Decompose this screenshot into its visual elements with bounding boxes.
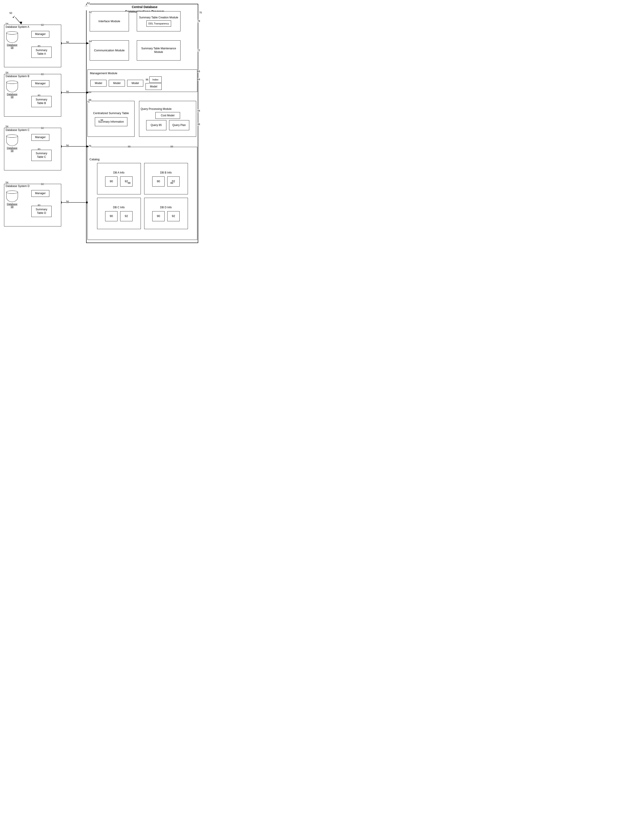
communication-module-box: Communication Module	[90, 40, 129, 61]
db-b-info-box: DB B Info 90 92	[144, 163, 188, 195]
cylinder-c: Database58	[6, 135, 18, 152]
model-1-box: Model	[90, 80, 106, 87]
ref-72: 72	[197, 49, 200, 52]
query-processing-box: Query Processing Module Cost Model Query…	[139, 101, 196, 137]
manager-a-label: Manager	[35, 32, 46, 36]
cylinder-a: Database58	[6, 31, 18, 49]
ref-52: 52	[87, 2, 90, 5]
db-system-a-label: Database System A	[6, 25, 29, 29]
ref-98: 98	[100, 119, 103, 121]
ref-54-c: 54	[6, 125, 8, 128]
db-d-90-label: 90	[157, 214, 160, 218]
db-a-92-label: 92	[125, 179, 128, 184]
model-3-label: Model	[132, 81, 139, 85]
catalog-label: Catalog	[89, 158, 100, 161]
ref-62: 62	[89, 11, 92, 14]
cylinder-b-label: Database58	[7, 93, 17, 98]
db-a-info-box: DB A Info 90 92	[97, 163, 141, 195]
ddl-transparency-box: DDL Transparency	[146, 20, 171, 27]
ref-56-a: 56	[66, 41, 69, 43]
svg-marker-5	[86, 42, 89, 44]
db-c-90-label: 90	[110, 214, 113, 218]
db-c-90-box: 90	[105, 211, 118, 221]
ref-80-c: 80	[38, 148, 40, 151]
ref-56-c: 56	[66, 144, 69, 147]
db-b-90-label: 90	[157, 179, 160, 184]
db-system-a-ref60: 60	[41, 23, 44, 26]
model-4-label: Model	[150, 85, 157, 89]
summary-maintenance-box: Summary Table Maintenance Module	[137, 40, 181, 61]
cylinder-c-label: Database58	[7, 147, 17, 152]
index-label: Index	[152, 78, 158, 81]
ref-84: 84	[197, 109, 200, 112]
query-plan-label: Query Plan	[172, 124, 186, 127]
manager-d-label: Manager	[35, 192, 46, 195]
query-processing-label: Query Processing Module	[141, 107, 172, 111]
db-d-90-box: 90	[152, 211, 165, 221]
model-4-box: Model	[146, 83, 162, 90]
db-d-92-box: 92	[167, 211, 179, 221]
summary-table-c-label: SummaryTable C	[36, 152, 47, 159]
ref-96: 96	[146, 78, 148, 81]
summary-table-b-label: SummaryTable B	[36, 98, 47, 105]
cylinder-a-top	[6, 31, 18, 35]
db-b-info-label: DB B Info	[160, 171, 172, 175]
summary-maintenance-label: Summary Table Maintenance Module	[137, 47, 180, 54]
manager-b-box: Manager	[31, 80, 49, 87]
ref-52-bracket: ⌒	[84, 5, 88, 10]
summary-table-a-label: SummaryTable A	[36, 49, 47, 55]
db-system-c-label: Database System C	[6, 129, 30, 132]
ref-54-a: 54	[6, 22, 8, 25]
cylinder-b-top	[6, 81, 18, 84]
cylinder-b: Database58	[6, 81, 18, 98]
management-module-box: Management Module Model Model Model 96 I…	[87, 69, 197, 92]
query-85-label: Query 85	[151, 124, 162, 127]
interface-module-box: Interface Module	[90, 11, 129, 31]
cost-model-box: Cost Model	[155, 112, 180, 119]
db-system-d-ref60: 60	[41, 183, 44, 185]
catalog-88-4: 88	[170, 182, 173, 184]
db-system-b-ref60: 60	[41, 73, 44, 75]
db-d-info-label: DB D Info	[160, 206, 172, 210]
db-c-92-label: 92	[125, 214, 128, 218]
management-module-label: Management Module	[89, 72, 117, 75]
manager-c-box: Manager	[31, 134, 49, 141]
summary-table-c-box: SummaryTable C	[31, 150, 52, 161]
svg-marker-2	[20, 22, 22, 24]
summary-info-box: Summary Information	[95, 117, 127, 126]
db-c-info-box: DB C Info 90 92	[97, 198, 141, 229]
model-3-box: Model	[127, 80, 143, 87]
ref-94: 94	[89, 91, 91, 93]
db-d-info-box: DB D Info 90 92	[144, 198, 188, 229]
catalog-88-2: 88	[170, 145, 173, 148]
db-a-info-label: DB A Info	[113, 171, 124, 175]
model-2-label: Model	[113, 81, 121, 85]
ref-56-d: 56	[66, 200, 69, 203]
ref-50-arrow: ↙	[12, 15, 15, 19]
ref-80-a: 80	[38, 45, 40, 47]
cylinder-d-label: Database58	[7, 203, 17, 208]
catalog-88-1: 88	[128, 145, 130, 148]
index-box: Index	[149, 77, 162, 83]
interface-module-label: Interface Module	[98, 20, 120, 23]
centralized-label: Centralized Summary Table	[93, 112, 129, 115]
ref-66: 66	[197, 70, 200, 73]
diagram: 70 50 ↙ Central Database Communications …	[0, 0, 202, 247]
centralized-summary-box: Centralized Summary Table Summary Inform…	[87, 101, 135, 137]
outer-ref-label: 70	[199, 11, 202, 14]
ref-86: 86	[197, 123, 200, 126]
manager-c-label: Manager	[35, 136, 46, 139]
summary-table-d-label: SummaryTable D	[36, 208, 47, 215]
ref-50: 50	[9, 12, 12, 14]
ref-56-b: 56	[66, 90, 69, 93]
db-a-92-box: 92	[120, 176, 132, 187]
summary-table-b-box: SummaryTable B	[31, 96, 52, 107]
db-c-info-label: DB C Info	[113, 206, 125, 210]
ddl-transparency-label: DDL Transparency	[149, 22, 169, 25]
ref-64: 64	[89, 40, 92, 43]
ref-80-b: 80	[38, 94, 40, 97]
manager-a-box: Manager	[31, 31, 49, 38]
cylinder-c-top	[6, 135, 18, 138]
ref-84-mgmt: 84	[197, 78, 200, 81]
manager-b-label: Manager	[35, 82, 46, 86]
